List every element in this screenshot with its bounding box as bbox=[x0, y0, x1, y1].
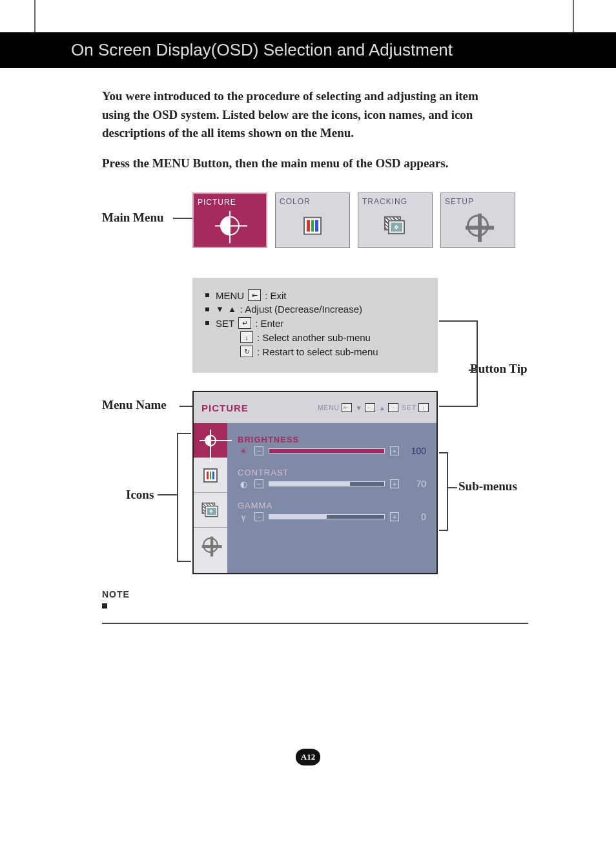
leader-line bbox=[439, 406, 478, 407]
page-title: On Screen Display(OSD) Selection and Adj… bbox=[71, 40, 453, 60]
leader-line bbox=[177, 561, 191, 562]
osd-menu-name: PICTURE bbox=[201, 402, 249, 413]
tip-row-adjust: ▼ ▲ : Adjust (Decrease/Increase) bbox=[205, 304, 425, 315]
osd-item-value: 100 bbox=[404, 446, 426, 456]
leader-line bbox=[477, 369, 478, 406]
osd-item-contrast[interactable]: CONTRAST ◐ − + 70 bbox=[238, 468, 426, 489]
return-arrow-icon: ⇤ bbox=[342, 403, 352, 412]
page-number-badge: A12 bbox=[296, 749, 320, 765]
crop-mark bbox=[34, 0, 36, 32]
leader-line bbox=[439, 320, 478, 322]
leader-line bbox=[439, 530, 448, 531]
slider-track[interactable] bbox=[269, 481, 385, 486]
restart-icon: ↻ bbox=[240, 346, 253, 357]
color-bars-icon bbox=[298, 211, 327, 241]
leader-line bbox=[158, 494, 177, 495]
triangle-down-icon: ▼ bbox=[216, 304, 224, 314]
tab-label: TRACKING bbox=[362, 197, 428, 206]
osd-item-control: ☀ − + 100 bbox=[238, 446, 426, 456]
decrease-button[interactable]: − bbox=[254, 479, 263, 488]
leader-line bbox=[173, 218, 192, 219]
leader-line bbox=[477, 320, 478, 369]
osd-hint-menu: MENU ⇤ bbox=[318, 403, 351, 412]
osd-item-brightness[interactable]: BRIGHTNESS ☀ − + 100 bbox=[238, 435, 426, 456]
osd-item-control: ◐ − + 70 bbox=[238, 479, 426, 489]
tab-color[interactable]: COLOR bbox=[275, 193, 350, 248]
increase-button[interactable]: + bbox=[390, 446, 399, 455]
callout-icons: Icons bbox=[126, 488, 154, 502]
leader-line bbox=[447, 487, 457, 488]
osd-item-value: 70 bbox=[404, 479, 426, 489]
leader-line bbox=[177, 433, 178, 562]
tip-row-select: ↓ : Select another sub-menu bbox=[205, 331, 425, 343]
tab-label: SETUP bbox=[445, 197, 511, 206]
page-title-bar: On Screen Display(OSD) Selection and Adj… bbox=[0, 32, 616, 68]
arrow-left-icon: ← bbox=[365, 403, 375, 412]
leader-line bbox=[177, 433, 191, 434]
slider-track[interactable] bbox=[269, 448, 385, 453]
intro-block: You were introduced to the procedure of … bbox=[102, 87, 502, 172]
gamma-symbol-icon: γ bbox=[238, 512, 249, 522]
page-number: A12 bbox=[301, 752, 315, 762]
osd-hint-menu-label: MENU bbox=[318, 404, 339, 411]
brightness-icon bbox=[215, 211, 245, 241]
tab-tracking[interactable]: TRACKING ✥ bbox=[358, 193, 433, 248]
tracking-icon: ✥ bbox=[380, 211, 410, 241]
tip-menu-desc: : Exit bbox=[265, 290, 286, 301]
tip-row-restart: ↻ : Restart to select sub-menu bbox=[205, 346, 425, 357]
osd-hint-set: SET ↓ bbox=[402, 403, 429, 412]
tab-label: COLOR bbox=[280, 197, 345, 206]
main-menu-tabs: PICTURE COLOR TRACKING ✥ SETUP bbox=[192, 193, 515, 248]
increase-button[interactable]: + bbox=[390, 479, 399, 488]
contrast-symbol-icon: ◐ bbox=[238, 479, 249, 489]
increase-button[interactable]: + bbox=[390, 512, 399, 521]
intro-paragraph-2: Press the MENU Button, then the main men… bbox=[102, 154, 502, 173]
osd-hint-down: ▼← bbox=[356, 403, 375, 412]
callout-sub-menus: Sub-menus bbox=[458, 479, 517, 494]
osd-hint-up: ▲→ bbox=[379, 403, 398, 412]
osd-titlebar: PICTURE MENU ⇤ ▼← ▲→ SET ↓ bbox=[194, 392, 436, 423]
decrease-button[interactable]: − bbox=[254, 512, 263, 521]
bullet-icon bbox=[205, 321, 209, 325]
note-label: NOTE bbox=[102, 589, 528, 599]
tab-label: PICTURE bbox=[198, 198, 262, 207]
osd-hint-set-label: SET bbox=[402, 404, 416, 411]
tip-menu-word: MENU bbox=[216, 290, 244, 301]
tip-row-menu: MENU ⇤ : Exit bbox=[205, 289, 425, 301]
decrease-button[interactable]: − bbox=[254, 446, 263, 455]
bullet-icon bbox=[205, 307, 209, 311]
leader-line bbox=[180, 406, 192, 407]
brightness-symbol-icon: ☀ bbox=[238, 446, 249, 456]
arrow-down-icon: ↓ bbox=[418, 403, 429, 412]
note-block: NOTE bbox=[102, 589, 528, 624]
callout-menu-name: Menu Name bbox=[102, 398, 167, 412]
callout-button-tip: Button Tip bbox=[470, 362, 528, 376]
tab-picture[interactable]: PICTURE bbox=[192, 193, 267, 248]
osd-content: BRIGHTNESS ☀ − + 100 CONTRAST ◐ − + 70 bbox=[227, 423, 436, 573]
slider-track[interactable] bbox=[269, 514, 385, 519]
crop-mark bbox=[573, 0, 574, 32]
sidebar-icon-tracking[interactable]: ✥ bbox=[194, 493, 227, 528]
sidebar-icon-color[interactable] bbox=[194, 458, 227, 493]
tip-set-word: SET bbox=[216, 318, 234, 329]
osd-item-value: 0 bbox=[404, 512, 426, 522]
osd-item-title: CONTRAST bbox=[238, 468, 426, 477]
arrow-right-icon: → bbox=[388, 403, 398, 412]
tab-setup[interactable]: SETUP bbox=[440, 193, 515, 248]
sidebar-icon-setup[interactable] bbox=[194, 528, 227, 563]
osd-panel: PICTURE MENU ⇤ ▼← ▲→ SET ↓ ✥ BRIGHTNE bbox=[192, 391, 438, 574]
osd-item-gamma[interactable]: GAMMA γ − + 0 bbox=[238, 501, 426, 522]
osd-body: ✥ BRIGHTNESS ☀ − + 100 CONTRAST ◐ bbox=[194, 423, 436, 573]
tip-set-desc: : Enter bbox=[255, 318, 283, 329]
bullet-icon bbox=[102, 603, 107, 609]
tip-row-set: SET ↵ : Enter bbox=[205, 317, 425, 329]
osd-item-control: γ − + 0 bbox=[238, 512, 426, 522]
osd-item-title: BRIGHTNESS bbox=[238, 435, 426, 444]
button-tip-box: MENU ⇤ : Exit ▼ ▲ : Adjust (Decrease/Inc… bbox=[192, 278, 438, 373]
bullet-icon bbox=[205, 293, 209, 297]
sidebar-icon-picture[interactable] bbox=[194, 423, 227, 458]
tip-restart-desc: : Restart to select sub-menu bbox=[257, 346, 378, 357]
leader-line bbox=[447, 452, 448, 530]
gear-icon bbox=[463, 211, 493, 241]
callout-main-menu: Main Menu bbox=[102, 211, 164, 225]
